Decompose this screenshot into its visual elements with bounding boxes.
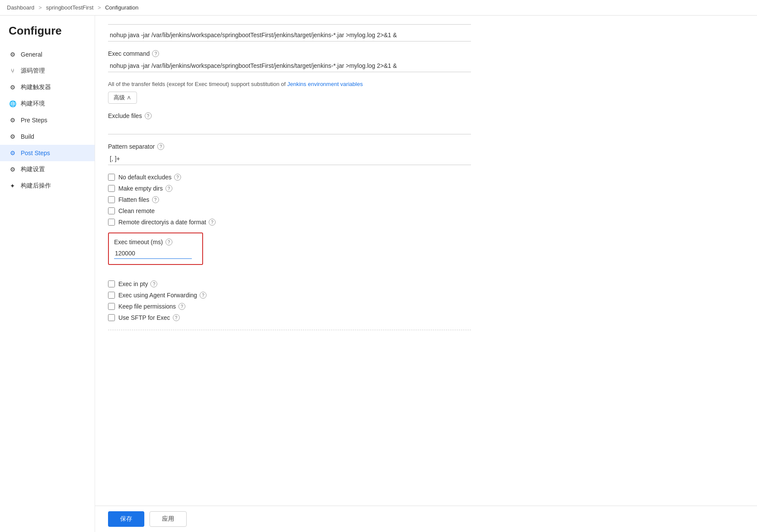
breadcrumb-current: Configuration	[105, 4, 138, 11]
exec-in-pty-checkbox[interactable]	[108, 280, 115, 287]
pattern-separator-input[interactable]	[108, 153, 471, 165]
settings-icon: ⚙	[9, 166, 16, 173]
keep-file-permissions-checkbox[interactable]	[108, 303, 115, 310]
breadcrumb-dashboard[interactable]: Dashboard	[7, 4, 35, 11]
branch-icon: ⑂	[9, 67, 16, 75]
top-divider	[108, 24, 471, 41]
remote-date-format-row: Remote directoryis a date format ?	[108, 219, 471, 226]
keep-file-permissions-label: Keep file permissions	[118, 303, 176, 310]
sidebar-label-general: General	[21, 51, 42, 58]
no-default-excludes-label: No default excludes	[118, 174, 172, 181]
sidebar-item-postbuild[interactable]: ✦ 构建后操作	[0, 178, 95, 194]
exec-command-help-icon[interactable]: ?	[152, 50, 159, 57]
remote-date-format-label: Remote directoryis a date format	[118, 219, 206, 226]
use-sftp-exec-checkbox[interactable]	[108, 314, 115, 321]
sidebar-label-postbuild: 构建后操作	[21, 182, 51, 190]
clean-remote-row: Clean remote	[108, 207, 471, 214]
clean-remote-checkbox[interactable]	[108, 207, 115, 214]
build-icon: ⚙	[9, 133, 16, 140]
sidebar: Configure ⚙ General ⑂ 源码管理 ⚙ 构建触发器 🌐 构建环…	[0, 16, 95, 532]
sidebar-item-source[interactable]: ⑂ 源码管理	[0, 63, 95, 79]
pattern-separator-label: Pattern separator	[108, 143, 155, 150]
make-empty-dirs-label: Make empty dirs	[118, 185, 163, 192]
sidebar-item-settings[interactable]: ⚙ 构建设置	[0, 161, 95, 178]
sidebar-label-poststeps: Post Steps	[21, 150, 50, 156]
exec-agent-forwarding-help[interactable]: ?	[200, 292, 207, 299]
flatten-files-label: Flatten files	[118, 196, 149, 203]
exec-timeout-box: Exec timeout (ms) ?	[108, 233, 203, 265]
no-default-excludes-row: No default excludes ?	[108, 174, 471, 181]
exclude-files-group: Exclude files ?	[108, 112, 471, 134]
page-title: Configure	[0, 24, 95, 46]
sidebar-item-poststeps[interactable]: ⚙ Post Steps	[0, 145, 95, 161]
sidebar-item-env[interactable]: 🌐 构建环境	[0, 96, 95, 112]
exec-in-pty-label: Exec in pty	[118, 280, 148, 287]
sidebar-label-build: Build	[21, 133, 34, 140]
no-default-excludes-checkbox[interactable]	[108, 174, 115, 181]
breadcrumb: Dashboard > springbootTestFirst > Config…	[0, 0, 757, 16]
apply-button[interactable]: 应用	[149, 511, 187, 527]
flatten-files-row: Flatten files ?	[108, 196, 471, 203]
flatten-files-checkbox[interactable]	[108, 196, 115, 203]
sidebar-label-source: 源码管理	[21, 67, 45, 75]
gear-icon: ⚙	[9, 51, 16, 58]
sidebar-label-presteps: Pre Steps	[21, 117, 47, 124]
make-empty-dirs-row: Make empty dirs ?	[108, 185, 471, 192]
exec-in-pty-help[interactable]: ?	[150, 280, 157, 287]
sidebar-item-build[interactable]: ⚙ Build	[0, 128, 95, 145]
info-text: All of the transfer fields (except for E…	[108, 81, 471, 87]
poststeps-icon: ⚙	[9, 149, 16, 157]
sidebar-label-settings: 构建设置	[21, 166, 45, 173]
pattern-separator-group: Pattern separator ?	[108, 143, 471, 165]
exec-in-pty-row: Exec in pty ?	[108, 280, 471, 287]
flatten-files-help[interactable]: ?	[152, 196, 159, 203]
use-sftp-exec-row: Use SFTP for Exec ?	[108, 314, 471, 321]
breadcrumb-project[interactable]: springbootTestFirst	[46, 4, 93, 11]
use-sftp-exec-help[interactable]: ?	[173, 314, 180, 321]
exec-command-group: Exec command ?	[108, 50, 471, 72]
sidebar-item-general[interactable]: ⚙ General	[0, 46, 95, 63]
clean-remote-label: Clean remote	[118, 207, 155, 214]
make-empty-dirs-help[interactable]: ?	[165, 185, 172, 192]
jenkins-env-vars-link[interactable]: Jenkins environment variables	[287, 81, 363, 87]
exec-timeout-input[interactable]	[114, 248, 192, 259]
sidebar-item-presteps[interactable]: ⚙ Pre Steps	[0, 112, 95, 128]
exec-command-input[interactable]	[108, 29, 471, 41]
no-default-excludes-help[interactable]: ?	[174, 174, 181, 181]
exec-agent-forwarding-row: Exec using Agent Forwarding ?	[108, 292, 471, 299]
exec-agent-forwarding-label: Exec using Agent Forwarding	[118, 292, 197, 299]
sidebar-label-triggers: 构建触发器	[21, 83, 51, 91]
footer-bar: 保存 应用	[95, 506, 757, 532]
sidebar-label-env: 构建环境	[21, 100, 45, 108]
bottom-divider	[108, 330, 471, 330]
presteps-icon: ⚙	[9, 116, 16, 124]
remote-date-format-checkbox[interactable]	[108, 219, 115, 226]
exec-timeout-container: Exec timeout (ms) ?	[108, 233, 471, 274]
exclude-files-help-icon[interactable]: ?	[145, 112, 152, 119]
exec-agent-forwarding-checkbox[interactable]	[108, 292, 115, 299]
globe-icon: 🌐	[9, 100, 16, 108]
save-button[interactable]: 保存	[108, 511, 144, 527]
remote-date-format-help[interactable]: ?	[209, 219, 216, 226]
exec-timeout-help[interactable]: ?	[165, 239, 172, 245]
trigger-icon: ⚙	[9, 83, 16, 91]
keep-file-permissions-help[interactable]: ?	[178, 303, 185, 310]
pattern-separator-help-icon[interactable]: ?	[157, 143, 164, 150]
use-sftp-exec-label: Use SFTP for Exec	[118, 314, 170, 321]
star-icon: ✦	[9, 182, 16, 190]
make-empty-dirs-checkbox[interactable]	[108, 185, 115, 192]
keep-file-permissions-row: Keep file permissions ?	[108, 303, 471, 310]
advanced-button[interactable]: 高级 ∧	[108, 92, 137, 104]
exclude-files-label: Exclude files	[108, 112, 142, 119]
content-area: Exec command ? All of the transfer field…	[95, 16, 757, 532]
exec-command-label: Exec command ?	[108, 50, 471, 57]
exec-command-field[interactable]	[108, 60, 471, 72]
sidebar-item-triggers[interactable]: ⚙ 构建触发器	[0, 79, 95, 96]
exclude-files-input[interactable]	[108, 122, 471, 134]
exec-timeout-label: Exec timeout (ms)	[114, 239, 163, 245]
